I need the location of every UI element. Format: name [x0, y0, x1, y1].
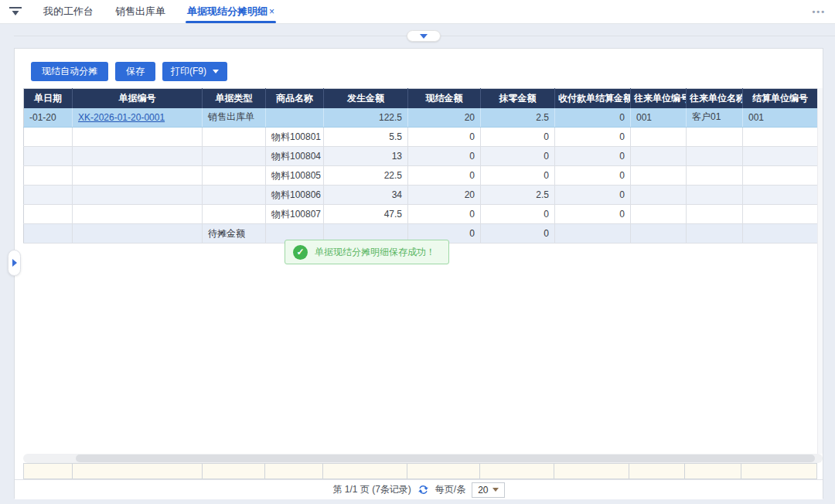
grid-cell: 20 [408, 108, 481, 128]
grid-cell: 122.5 [324, 108, 408, 128]
per-page-label: 每页/条 [435, 483, 465, 496]
tab-close-icon[interactable]: × [269, 6, 274, 17]
tab-overflow-icon[interactable]: ••• [812, 7, 826, 16]
grid-cell: 0 [555, 147, 631, 166]
column-header[interactable]: 收付款单结算金额 [555, 89, 631, 108]
tab-my-workbench[interactable]: 我的工作台 [32, 0, 104, 23]
grid-cell: XK-2026-01-20-0001 [73, 108, 203, 128]
grid-row[interactable]: 物料1008015.5000 [24, 128, 818, 147]
grid-cell [687, 147, 743, 166]
sidebar-expand-handle[interactable] [8, 250, 21, 276]
refresh-icon[interactable] [418, 484, 429, 495]
page-size-caret-icon [492, 488, 499, 492]
pagination-bar: 第 1/1 页 (7条记录) 每页/条 20 [15, 479, 823, 499]
auto-allocate-button[interactable]: 现结自动分摊 [31, 62, 108, 81]
grid-cell: 0 [481, 128, 555, 147]
print-button-label: 打印(F9) [171, 65, 206, 78]
grid-cell [687, 186, 743, 205]
success-check-icon: ✓ [293, 245, 308, 260]
grid-cell: 0 [481, 147, 555, 166]
grid-cell [687, 224, 743, 243]
page-size-select[interactable]: 20 [472, 482, 504, 498]
summary-strip-cell [629, 464, 685, 478]
vertical-scrollbar-track [817, 88, 823, 454]
grid-cell [24, 186, 73, 205]
horizontal-scrollbar-track [23, 454, 823, 463]
grid-cell [687, 205, 743, 224]
column-header[interactable]: 单日期 [24, 89, 73, 108]
column-header[interactable]: 发生金额 [324, 89, 408, 108]
tab-label: 单据现结分摊明细 [187, 5, 268, 17]
grid-cell: 001 [743, 108, 818, 128]
print-dropdown-caret-icon [213, 70, 219, 73]
grid-cell: 47.5 [324, 205, 408, 224]
summary-strip-cell [265, 464, 323, 478]
grid-cell [743, 224, 818, 243]
grid-cell: 0 [555, 108, 631, 128]
grid-cell: 物料100804 [266, 147, 324, 166]
save-button[interactable]: 保存 [115, 62, 155, 81]
pagination-info: 第 1/1 页 (7条记录) [332, 483, 411, 496]
tab-sales-outbound[interactable]: 销售出库单 [104, 0, 176, 23]
summary-strip-cell [73, 464, 203, 478]
summary-strip-cell [203, 464, 266, 478]
document-number-link[interactable]: XK-2026-01-20-0001 [78, 112, 165, 123]
grid-cell [631, 128, 687, 147]
column-header[interactable]: 结算单位编号 [743, 89, 818, 108]
grid-cell [73, 166, 203, 186]
grid-row[interactable]: 物料10080413000 [24, 147, 818, 166]
grid-row[interactable]: -01-20XK-2026-01-20-0001销售出库单122.5202.50… [24, 108, 818, 128]
grid-row[interactable]: 物料10080634202.50 [24, 186, 818, 205]
grid-cell: 0 [481, 166, 555, 186]
grid-row[interactable]: 物料10080747.5000 [24, 205, 818, 224]
summary-strip-cell [323, 464, 407, 478]
summary-strip-cell [685, 464, 741, 478]
grid-cell [743, 128, 818, 147]
tab-label: 我的工作台 [43, 5, 94, 17]
collapse-top-button[interactable] [407, 30, 441, 42]
grid-cell: 2.5 [481, 186, 555, 205]
summary-strip-cell [554, 464, 630, 478]
print-button[interactable]: 打印(F9) [162, 62, 227, 81]
summary-strip-cell [24, 464, 73, 478]
tab-menu-icon[interactable] [9, 6, 22, 17]
column-header[interactable]: 往来单位名称 [687, 89, 743, 108]
grid-cell: 0 [555, 205, 631, 224]
grid-cell [555, 224, 631, 243]
grid-header-row: 单日期单据编号单据类型商品名称发生金额现结金额抹零金额收付款单结算金额往来单位编… [24, 89, 818, 108]
grid-cell: 0 [408, 147, 481, 166]
tab-cash-allocation-detail[interactable]: 单据现结分摊明细× [176, 0, 285, 23]
grid-cell: 20 [408, 186, 481, 205]
summary-strip-cell [407, 464, 480, 478]
grid-cell [24, 224, 73, 243]
grid-cell: 5.5 [324, 128, 408, 147]
grid-cell: 销售出库单 [203, 108, 266, 128]
column-header[interactable]: 商品名称 [266, 89, 324, 108]
column-header[interactable]: 往来单位编号 [631, 89, 687, 108]
grid-cell: 2.5 [481, 108, 555, 128]
grid-cell [203, 205, 266, 224]
grid-cell [24, 166, 73, 186]
allocation-grid: 单日期单据编号单据类型商品名称发生金额现结金额抹零金额收付款单结算金额往来单位编… [23, 88, 817, 243]
toolbar: 现结自动分摊 保存 打印(F9) [31, 62, 227, 81]
grid-row[interactable]: 物料10080522.5000 [24, 166, 818, 186]
column-header[interactable]: 单据类型 [203, 89, 266, 108]
grid-cell [266, 108, 324, 128]
column-header[interactable]: 抹零金额 [481, 89, 555, 108]
grid-cell: 0 [408, 166, 481, 186]
grid-cell: 物料100801 [266, 128, 324, 147]
grid-cell [743, 166, 818, 186]
grid-cell [24, 205, 73, 224]
grid-cell: 22.5 [324, 166, 408, 186]
horizontal-scrollbar-thumb[interactable] [76, 455, 815, 462]
grid-cell [73, 147, 203, 166]
grid-cell [73, 186, 203, 205]
grid-cell [24, 128, 73, 147]
grid-cell: 0 [408, 128, 481, 147]
main-panel: 现结自动分摊 保存 打印(F9) 单日期单据编号单据类型商品名称发生金额现结金额… [14, 48, 823, 499]
column-header[interactable]: 现结金额 [408, 89, 481, 108]
column-header[interactable]: 单据编号 [73, 89, 203, 108]
page-size-value: 20 [478, 485, 488, 495]
grid-cell [631, 166, 687, 186]
grid-cell: 0 [555, 186, 631, 205]
